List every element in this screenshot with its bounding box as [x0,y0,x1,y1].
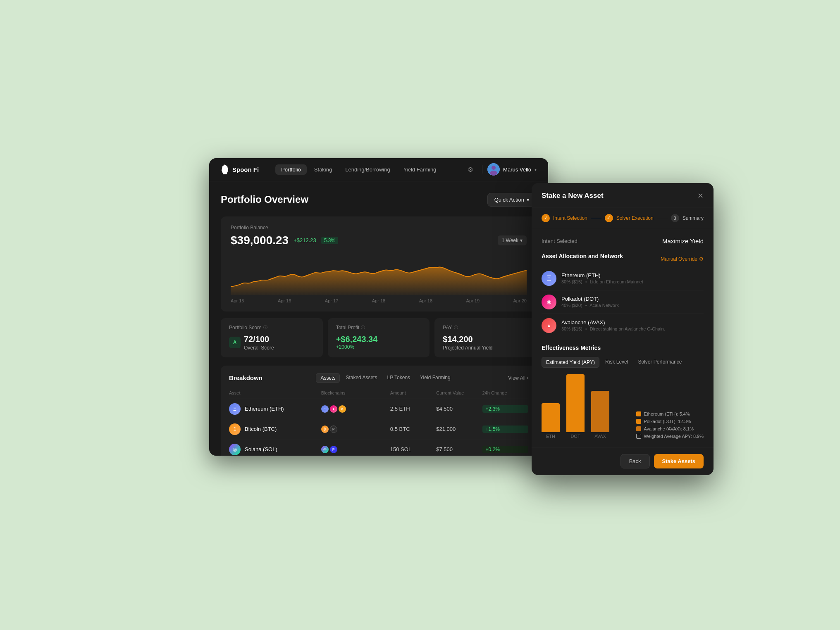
nav-bar: Spoon Fi Portfolio Staking Lending/Borro… [209,158,548,181]
chain-sol2: P [330,446,337,453]
metrics-tabs: Estimated Yield (APY) Risk Level Solver … [542,357,704,368]
tab-yield[interactable]: Yield Farming [416,373,455,383]
tab-staked[interactable]: Staked Assets [341,373,381,383]
quick-action-button[interactable]: Quick Action ▾ [487,193,537,207]
value-btc: $21,000 [436,426,482,432]
legend-dot-swatch [636,419,641,424]
svg-point-1 [492,166,496,170]
balance-amount: $39,000.23 [231,234,289,247]
allocation-title: Asset Allocation and Network [542,253,623,259]
profit-value: +$6,243.34 [336,335,422,344]
view-all-chevron-icon: › [527,375,528,381]
chevron-down-icon: ▾ [527,197,530,203]
bar-avax: AVAX [591,391,609,439]
eth-alloc-name: Ethereum (ETH) [561,272,704,278]
tab-solver[interactable]: Solver Performance [634,357,686,368]
step-3-label: Summary [682,215,704,221]
chain-eth: Ξ [321,405,329,413]
back-button[interactable]: Back [620,454,650,468]
amount-eth: 2.5 ETH [390,406,436,412]
bar-avax-rect [591,391,609,432]
tab-yield-apy[interactable]: Estimated Yield (APY) [542,357,599,368]
nav-yield[interactable]: Yield Farming [398,164,442,175]
avax-alloc-detail: 30% ($15) • Direct staking on Avalanche … [561,326,704,331]
breakdown-section: Breakdown Assets Staked Assets LP Tokens… [221,366,537,456]
view-all-button[interactable]: View All › [508,375,528,381]
nav-links: Portfolio Staking Lending/Borrowing Yiel… [275,164,451,175]
chain-dot: ● [330,405,337,413]
legend-avg-label: Weighted Average APY: 8.9% [644,434,704,439]
profit-label: Total Profit ⓘ [336,325,422,330]
bar-avax-label: AVAX [594,434,606,439]
quick-action-label: Quick Action [494,197,524,203]
tab-assets[interactable]: Assets [316,373,340,383]
tab-lp[interactable]: LP Tokens [383,373,414,383]
settings-icon[interactable]: ⚙ [464,163,477,176]
step-line-2 [657,218,668,218]
gear-icon: ⚙ [699,256,704,262]
legend-avg-swatch [636,434,641,439]
allocation-section-header: Asset Allocation and Network Manual Over… [542,253,704,265]
step-3: 3 Summary [671,214,704,222]
legend-avax-swatch [636,426,641,431]
total-profit-card: Total Profit ⓘ +$6,243.34 +2000% [328,318,430,357]
amount-btc: 0.5 BTC [390,426,436,432]
pay-label: PAY ⓘ [443,325,528,330]
tab-risk[interactable]: Risk Level [601,357,632,368]
stats-row: Portfolio Score ⓘ A 72/100 Overall Score… [221,318,537,357]
period-selector[interactable]: 1 Week ▾ [498,235,527,245]
period-label: 1 Week [502,238,518,243]
manual-override-button[interactable]: Manual Override ⚙ [661,256,704,262]
bar-legend: Ethereum (ETH): 5.4% Polkadot (DOT): 12.… [633,411,704,439]
chart-label-4: Apr 18 [419,298,432,303]
nav-lending[interactable]: Lending/Borrowing [339,164,396,175]
intent-value: Maximize Yield [662,238,704,245]
dot-alloc-name: Polkadot (DOT) [561,296,704,302]
chart-label-3: Apr 18 [372,298,385,303]
change-sol: +0.2% [482,446,528,453]
chart-label-1: Apr 16 [278,298,291,303]
asset-cell-eth: Ξ Ethereum (ETH) [229,403,321,415]
bar-eth-rect [542,403,560,432]
nav-staking[interactable]: Staking [308,164,338,175]
asset-name-eth: Ethereum (ETH) [245,406,284,412]
chart-label-2: Apr 17 [325,298,338,303]
bar-eth: ETH [542,403,560,439]
step-3-num: 3 [671,214,679,222]
col-change: 24h Change [482,390,528,395]
profit-info-icon: ⓘ [361,325,365,330]
stake-modal: Stake a New Asset ✕ ✓ Intent Selection ✓… [532,183,714,475]
metrics-title: Effectiveness Metrics [542,345,704,351]
chain-sol: ◎ [321,446,329,453]
user-menu[interactable]: Marus Vello ▾ [487,163,537,176]
eth-alloc-detail: 30% ($15) • Lido on Ethereum Mainnet [561,279,704,284]
pay-card: PAY ⓘ $14,200 Projected Annual Yield [434,318,537,357]
chart-label-6: Apr 20 [513,298,527,303]
nav-right: ⚙ Marus Vello ▾ [464,163,537,176]
score-value: 72/100 [244,335,274,344]
balance-pct-badge: 5.3% [321,237,338,244]
modal-title: Stake a New Asset [542,192,604,200]
nav-portfolio[interactable]: Portfolio [275,164,307,175]
breakdown-header: Breakdown Assets Staked Assets LP Tokens… [229,373,528,383]
close-icon[interactable]: ✕ [697,191,704,200]
svg-point-2 [490,171,497,176]
dot-alloc-info: Polkadot (DOT) 40% ($20) • Acala Network [561,296,704,308]
portfolio-score-card: Portfolio Score ⓘ A 72/100 Overall Score [221,318,323,357]
legend-eth-swatch [636,411,641,416]
stake-button[interactable]: Stake Assets [654,454,704,468]
period-chevron-icon: ▾ [520,238,523,243]
asset-name-sol: Solana (SOL) [245,446,277,452]
asset-cell-btc: ₿ Bitcoin (BTC) [229,423,321,435]
page-title: Portfolio Overview [221,194,308,205]
dot-alloc-detail: 40% ($20) • Acala Network [561,303,704,308]
col-amount: Amount [390,390,436,395]
eth-icon: Ξ [229,403,241,415]
bar-eth-label: ETH [546,434,555,439]
modal-header: Stake a New Asset ✕ [532,183,714,207]
bar-dot-rect [566,374,585,432]
legend-eth: Ethereum (ETH): 5.4% [636,411,704,416]
value-sol: $7,500 [436,446,482,452]
legend-eth-label: Ethereum (ETH): 5.4% [644,411,690,416]
legend-avax-label: Avalanche (AVAX): 8.1% [644,426,693,431]
